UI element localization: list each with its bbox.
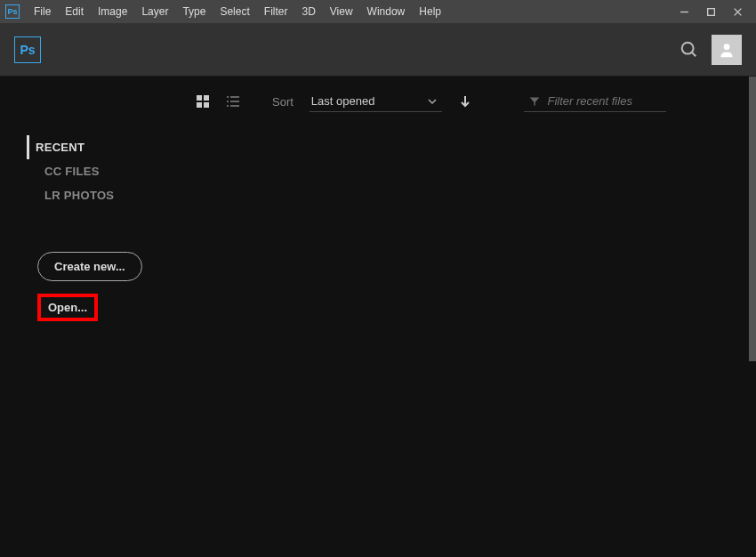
filter-box[interactable] — [524, 91, 666, 112]
svg-rect-7 — [197, 95, 202, 101]
search-button[interactable] — [680, 40, 699, 60]
menu-type[interactable]: Type — [175, 0, 213, 23]
toolbar: Ps — [0, 23, 756, 77]
sidebar: RECENT CC FILES LR PHOTOS Create new... … — [0, 77, 160, 557]
menu-window[interactable]: Window — [360, 0, 413, 23]
menu-view[interactable]: View — [323, 0, 360, 23]
view-sort-bar: Sort Last opened — [196, 91, 756, 112]
menu-layer[interactable]: Layer — [134, 0, 175, 23]
menu-file[interactable]: File — [27, 0, 58, 23]
svg-rect-15 — [227, 105, 229, 107]
sidebar-item-lrphotos[interactable]: LR PHOTOS — [36, 183, 160, 207]
filter-input[interactable] — [548, 94, 662, 108]
menu-edit[interactable]: Edit — [58, 0, 91, 23]
ps-logo: Ps — [14, 36, 41, 63]
menu-3d[interactable]: 3D — [294, 0, 322, 23]
svg-rect-11 — [227, 96, 229, 98]
svg-rect-13 — [227, 101, 229, 102]
sidebar-item-ccfiles[interactable]: CC FILES — [36, 159, 160, 183]
menu-select[interactable]: Select — [213, 0, 256, 23]
sort-select[interactable]: Last opened — [310, 91, 443, 112]
grid-view-icon[interactable] — [196, 94, 210, 109]
svg-line-5 — [692, 52, 696, 56]
app-icon-small: Ps — [5, 4, 20, 19]
sort-label: Sort — [272, 95, 294, 109]
svg-point-4 — [682, 42, 694, 53]
menubar: Ps File Edit Image Layer Type Select Fil… — [0, 0, 756, 23]
content-area: Sort Last opened — [160, 77, 756, 557]
filter-icon — [529, 95, 540, 108]
sort-direction-icon[interactable] — [458, 94, 472, 109]
create-new-button[interactable]: Create new... — [37, 252, 142, 281]
svg-rect-10 — [204, 102, 209, 108]
svg-rect-9 — [197, 102, 202, 108]
maximize-button[interactable] — [697, 0, 724, 23]
list-view-icon[interactable] — [226, 94, 240, 109]
user-avatar[interactable] — [712, 35, 742, 65]
sort-value: Last opened — [311, 94, 375, 108]
chevron-down-icon — [428, 97, 437, 106]
open-button[interactable]: Open... — [37, 294, 98, 321]
main-area: RECENT CC FILES LR PHOTOS Create new... … — [0, 77, 756, 557]
svg-rect-1 — [707, 8, 714, 15]
menu-image[interactable]: Image — [91, 0, 134, 23]
minimize-button[interactable] — [671, 0, 697, 23]
scrollbar[interactable] — [749, 77, 756, 361]
svg-rect-16 — [230, 105, 239, 107]
menu-help[interactable]: Help — [412, 0, 448, 23]
menu-filter[interactable]: Filter — [257, 0, 295, 23]
close-button[interactable] — [724, 0, 751, 23]
window-controls — [671, 0, 751, 23]
svg-rect-14 — [230, 101, 239, 102]
svg-point-6 — [724, 44, 730, 50]
sidebar-item-recent[interactable]: RECENT — [27, 135, 160, 159]
svg-rect-8 — [204, 95, 209, 101]
svg-rect-12 — [230, 96, 239, 98]
